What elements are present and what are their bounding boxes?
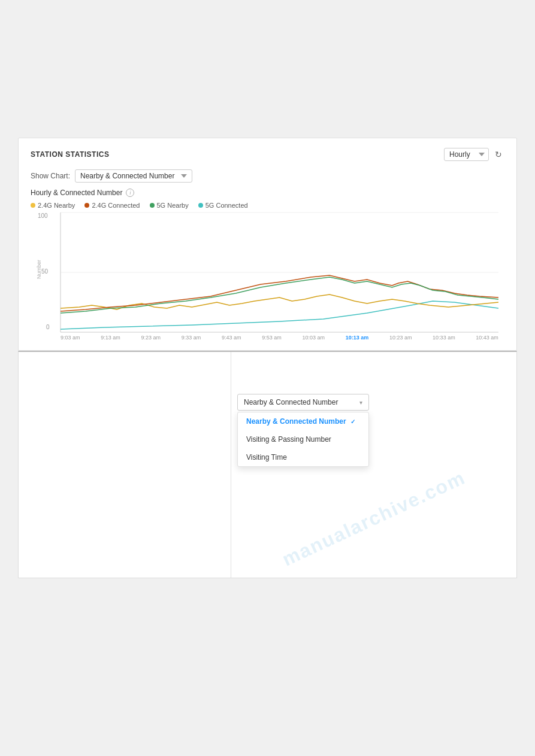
top-spacer bbox=[0, 0, 535, 126]
bottom-spacer bbox=[0, 590, 535, 756]
show-chart-select[interactable]: Nearby & Connected Number Visiting & Pas… bbox=[75, 169, 192, 183]
x-label-3: 9:33 am bbox=[182, 335, 201, 341]
header-controls: Hourly Daily Weekly Monthly ↻ bbox=[444, 148, 504, 161]
legend-item-24g-nearby: 2.4G Nearby bbox=[31, 202, 75, 209]
lower-section: Nearby & Connected Number ▾ Nearby & Con… bbox=[18, 351, 517, 578]
page-wrapper: STATION STATISTICS Hourly Daily Weekly M… bbox=[0, 0, 535, 756]
check-mark-icon: ✓ bbox=[350, 418, 355, 425]
x-label-1: 9:13 am bbox=[101, 335, 120, 341]
legend-item-5g-nearby: 5G Nearby bbox=[150, 202, 189, 209]
legend-dot-5g-connected bbox=[198, 203, 203, 208]
dropdown-item-visiting-passing-text: Visiting & Passing Number bbox=[246, 435, 331, 444]
legend-dot-5g-nearby bbox=[150, 203, 155, 208]
show-chart-label: Show Chart: bbox=[31, 172, 70, 180]
x-label-0: 9:03 am bbox=[61, 335, 80, 341]
station-statistics-panel: STATION STATISTICS Hourly Daily Weekly M… bbox=[18, 138, 517, 351]
chart-heading-row: Hourly & Connected Number i bbox=[31, 189, 504, 197]
legend-label-5g-nearby: 5G Nearby bbox=[157, 202, 189, 209]
legend-row: 2.4G Nearby 2.4G Connected 5G Nearby 5G … bbox=[31, 202, 504, 209]
x-label-10: 10:43 am bbox=[476, 335, 498, 341]
dropdown-item-visiting-time[interactable]: Visiting Time bbox=[238, 448, 368, 466]
y-label-100: 100 bbox=[38, 212, 48, 219]
chart-container: 100 50 0 Number bbox=[61, 212, 498, 341]
dropdown-item-visiting-time-text: Visiting Time bbox=[246, 453, 287, 462]
dropdown-item-nearby-connected[interactable]: Nearby & Connected Number ✓ bbox=[238, 412, 368, 430]
legend-label-5g-connected: 5G Connected bbox=[205, 202, 248, 209]
x-label-5: 9:53 am bbox=[262, 335, 282, 341]
y-label-50: 50 bbox=[41, 268, 48, 275]
legend-item-24g-connected: 2.4G Connected bbox=[84, 202, 140, 209]
lower-right-panel: Nearby & Connected Number ▾ Nearby & Con… bbox=[231, 352, 516, 578]
x-label-6: 10:03 am bbox=[302, 335, 325, 341]
dropdown-trigger-text: Nearby & Connected Number bbox=[244, 398, 338, 406]
refresh-button[interactable]: ↻ bbox=[492, 148, 504, 160]
y-label-0: 0 bbox=[46, 324, 50, 330]
info-icon[interactable]: i bbox=[126, 189, 134, 197]
legend-item-5g-connected: 5G Connected bbox=[198, 202, 248, 209]
dropdown-container: Nearby & Connected Number ▾ Nearby & Con… bbox=[237, 394, 369, 467]
chart-heading: Hourly & Connected Number bbox=[31, 189, 122, 197]
dropdown-menu: Nearby & Connected Number ✓ Visiting & P… bbox=[237, 412, 369, 467]
legend-dot-24g-connected bbox=[84, 203, 89, 208]
x-label-2: 9:23 am bbox=[141, 335, 161, 341]
watermark: manualarchive.com bbox=[279, 466, 468, 570]
legend-label-24g-nearby: 2.4G Nearby bbox=[38, 202, 75, 209]
panel-title: STATION STATISTICS bbox=[31, 150, 109, 159]
x-label-9: 10:33 am bbox=[433, 335, 455, 341]
dropdown-item-visiting-passing[interactable]: Visiting & Passing Number bbox=[238, 430, 368, 448]
x-label-4: 9:43 am bbox=[222, 335, 241, 341]
legend-label-24g-connected: 2.4G Connected bbox=[92, 202, 140, 209]
lower-left-panel bbox=[19, 352, 231, 578]
legend-dot-24g-nearby bbox=[31, 203, 35, 208]
x-label-8: 10:23 am bbox=[389, 335, 412, 341]
main-content: STATION STATISTICS Hourly Daily Weekly M… bbox=[0, 126, 535, 590]
x-label-7: 10:13 am bbox=[346, 335, 369, 341]
show-chart-row: Show Chart: Nearby & Connected Number Vi… bbox=[31, 169, 504, 183]
dropdown-trigger[interactable]: Nearby & Connected Number ▾ bbox=[237, 394, 369, 411]
panel-header: STATION STATISTICS Hourly Daily Weekly M… bbox=[31, 148, 504, 161]
hourly-select[interactable]: Hourly Daily Weekly Monthly bbox=[444, 148, 489, 161]
x-axis-labels: 9:03 am 9:13 am 9:23 am 9:33 am 9:43 am … bbox=[61, 332, 498, 341]
dropdown-item-nearby-connected-text: Nearby & Connected Number bbox=[246, 417, 346, 426]
show-chart-select-wrapper: Nearby & Connected Number Visiting & Pas… bbox=[75, 169, 192, 183]
dropdown-chevron-icon: ▾ bbox=[359, 399, 362, 406]
line-chart bbox=[61, 212, 498, 332]
y-axis-title: Number bbox=[36, 260, 42, 279]
